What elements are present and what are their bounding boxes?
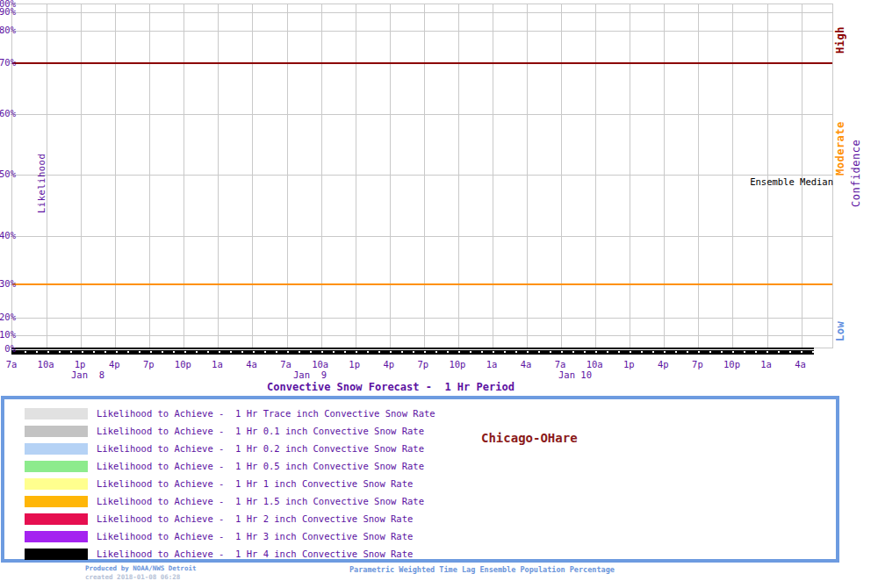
x-tick-label: 4p (383, 359, 394, 369)
confidence-zone-label-moderate: Moderate (834, 121, 846, 176)
x-tick-label: 7p (143, 359, 155, 369)
x-tick-label: 10p (723, 359, 740, 369)
legend-row: Likelihood to Achieve - 1 Hr 1.5 inch Co… (4, 492, 836, 510)
legend-swatch (25, 549, 88, 560)
confidence-zone-label-low: Low (834, 313, 846, 341)
y-tick-label: 40% (0, 231, 16, 240)
footer-produced-by: Produced by NOAA/NWS Detroit (85, 564, 196, 572)
legend-row: Likelihood to Achieve - 1 Hr 0.5 inch Co… (4, 457, 836, 475)
x-tick-label: 7p (692, 359, 703, 369)
legend-swatch (25, 408, 88, 419)
x-tick-label: 1a (486, 359, 498, 369)
x-date-label: Jan 8 (71, 369, 104, 380)
legend-swatch (25, 478, 88, 490)
legend-label: Likelihood to Achieve - 1 Hr 2 inch Conv… (97, 513, 413, 524)
x-tick-label: 7a (6, 359, 18, 369)
legend-box: Likelihood to Achieve - 1 Hr Trace inch … (1, 396, 839, 563)
legend-row: Likelihood to Achieve - 1 Hr 1 inch Conv… (4, 475, 836, 492)
x-tick-label: 4a (795, 359, 806, 369)
y-tick-label: 20% (0, 312, 16, 322)
high-confidence-threshold-line (12, 62, 832, 64)
legend-swatch (25, 513, 88, 525)
x-tick-label: 1p (349, 359, 360, 369)
legend-label: Likelihood to Achieve - 1 Hr 3 inch Conv… (97, 531, 413, 541)
x-tick-label: 1a (212, 359, 223, 369)
x-tick-label: 4p (658, 359, 669, 369)
x-tick-label: 1p (75, 359, 86, 369)
x-tick-label: 10p (449, 359, 465, 369)
confidence-zone-label-high: High (834, 20, 846, 54)
legend-row: Likelihood to Achieve - 1 Hr 3 inch Conv… (4, 527, 836, 545)
y-tick-label: 70% (0, 58, 16, 68)
y-tick-label: 80% (0, 25, 16, 35)
x-date-label: Jan 10 (558, 369, 592, 380)
low-confidence-threshold-line (12, 283, 832, 285)
x-tick-label: 7a (555, 359, 566, 369)
legend-label: Likelihood to Achieve - 1 Hr 0.1 inch Co… (97, 426, 424, 436)
legend-label: Likelihood to Achieve - 1 Hr 1.5 inch Co… (97, 496, 424, 506)
legend-swatch (25, 426, 88, 437)
y-tick-label: 30% (0, 279, 16, 289)
y-tick-label: 60% (0, 109, 16, 118)
legend-label: Likelihood to Achieve - 1 Hr Trace inch … (97, 408, 435, 419)
ensemble-median-line (11, 349, 814, 350)
legend-swatch (25, 443, 88, 455)
x-date-label: Jan 9 (293, 369, 327, 380)
chart-title: Convective Snow Forecast - 1 Hr Period (267, 381, 515, 393)
x-tick-label: 7a (280, 359, 291, 369)
legend-row: Likelihood to Achieve - 1 Hr 0.1 inch Co… (4, 422, 836, 440)
x-tick-label: 4p (109, 359, 120, 369)
footer-caption: Parametric Weighted Time Lag Ensemble Po… (349, 565, 615, 574)
legend-row: Likelihood to Achieve - 1 Hr Trace inch … (4, 405, 836, 422)
legend-row: Likelihood to Achieve - 1 Hr 2 inch Conv… (4, 510, 836, 527)
legend-row: Likelihood to Achieve - 1 Hr 4 inch Conv… (4, 545, 836, 563)
y-tick-label: 10% (0, 330, 16, 340)
y-axis-title: Likelihood (36, 155, 47, 213)
x-tick-label: 1a (760, 359, 772, 369)
x-tick-label: 10a (38, 359, 54, 369)
right-axis-title: Confidence (850, 137, 862, 207)
legend-swatch (25, 531, 88, 542)
y-tick-label: 0% (0, 344, 16, 354)
ensemble-median-dotted-line (15, 351, 817, 353)
legend-row: Likelihood to Achieve - 1 Hr 0.2 inch Co… (4, 440, 836, 457)
x-tick-label: 10p (175, 359, 191, 369)
convective-snow-forecast-chart: 100%90%80%70%60%50%40%30%20%10%0% 7a10a1… (0, 0, 878, 588)
plot-area (11, 4, 833, 348)
legend-label: Likelihood to Achieve - 1 Hr 4 inch Conv… (97, 549, 413, 559)
zero-percent-series-bar (11, 348, 814, 355)
footer-created-timestamp: created 2018-01-08 06:28 (85, 573, 180, 581)
legend-label: Likelihood to Achieve - 1 Hr 0.2 inch Co… (97, 443, 424, 454)
x-tick-label: 10a (312, 359, 328, 369)
x-tick-label: 4a (246, 359, 257, 369)
station-label: Chicago-OHare (481, 431, 578, 445)
x-tick-label: 4a (521, 359, 532, 369)
x-tick-label: 1p (623, 359, 635, 369)
ensemble-median-label: Ensemble Median (750, 176, 833, 187)
legend-swatch (25, 496, 88, 507)
y-tick-label: 50% (0, 169, 16, 179)
legend-label: Likelihood to Achieve - 1 Hr 1 inch Conv… (97, 478, 413, 489)
legend-rows: Likelihood to Achieve - 1 Hr Trace inch … (4, 405, 836, 563)
x-tick-label: 7p (418, 359, 429, 369)
legend-swatch (25, 461, 88, 472)
y-tick-label: 90% (0, 7, 16, 17)
x-tick-label: 10a (587, 359, 603, 369)
legend-label: Likelihood to Achieve - 1 Hr 0.5 inch Co… (97, 461, 424, 471)
